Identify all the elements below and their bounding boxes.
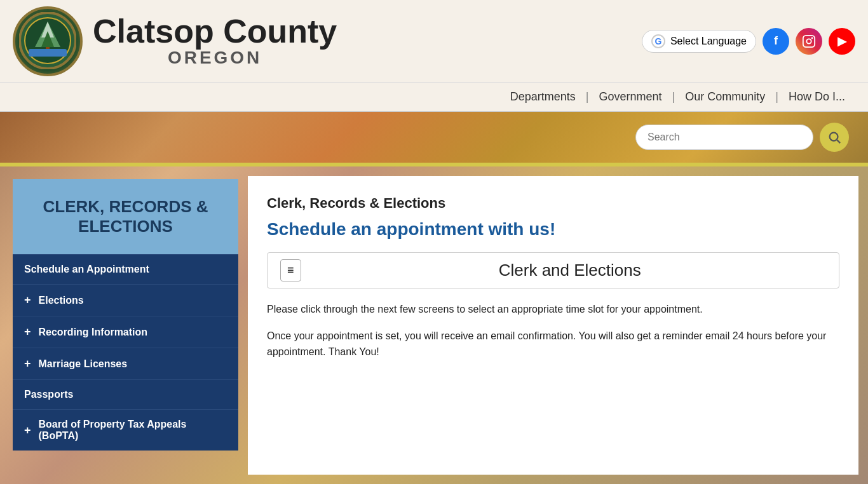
- nav-government[interactable]: Government: [595, 88, 666, 106]
- plus-icon-bopta: +: [24, 424, 31, 437]
- nav-departments[interactable]: Departments: [506, 88, 580, 106]
- body-paragraph-2: Once your appointment is set, you will r…: [267, 328, 839, 360]
- sidebar-menu: Schedule an Appointment + Elections + Re…: [13, 254, 238, 451]
- page-title: Clerk, Records & Elections: [267, 195, 839, 212]
- sidebar-elections-label: Elections: [39, 295, 84, 306]
- google-icon: G: [651, 34, 665, 48]
- county-name: Clatsop County: [93, 15, 337, 48]
- sidebar-marriage-label: Marriage Licenses: [39, 358, 128, 370]
- main-layout: CLERK, RECORDS &ELECTIONS Schedule an Ap…: [0, 166, 868, 484]
- svg-point-8: [806, 39, 811, 43]
- nav-how-do-i[interactable]: How Do I...: [785, 88, 849, 106]
- nav-our-community[interactable]: Our Community: [681, 88, 769, 106]
- sidebar-recording-label: Recording Information: [39, 327, 148, 338]
- logo-area: Clatsop County OREGON: [13, 6, 337, 76]
- facebook-icon[interactable]: f: [763, 28, 789, 55]
- hero-section: [0, 112, 868, 163]
- main-content: Clerk, Records & Elections Schedule an a…: [248, 176, 858, 475]
- content-body: Please click through the next few screen…: [267, 301, 839, 360]
- nav-bar: Departments | Government | Our Community…: [0, 83, 868, 112]
- body-paragraph-1: Please click through the next few screen…: [267, 301, 839, 318]
- sidebar-item-marriage[interactable]: + Marriage Licenses: [13, 348, 238, 379]
- svg-rect-6: [29, 49, 67, 57]
- sidebar: CLERK, RECORDS &ELECTIONS Schedule an Ap…: [0, 166, 248, 484]
- sidebar-item-elections[interactable]: + Elections: [13, 284, 238, 316]
- sidebar-bopta-label: Board of Property Tax Appeals (BoPTA): [39, 419, 227, 442]
- sidebar-item-schedule[interactable]: Schedule an Appointment: [13, 254, 238, 284]
- site-title: Clatsop County OREGON: [93, 15, 337, 68]
- sidebar-item-recording[interactable]: + Recording Information: [13, 316, 238, 348]
- header: Clatsop County OREGON G Select Language …: [0, 0, 868, 83]
- svg-point-9: [811, 37, 813, 39]
- sidebar-item-passports[interactable]: Passports: [13, 379, 238, 409]
- plus-icon-elections: +: [24, 294, 31, 307]
- translate-label: Select Language: [670, 36, 747, 47]
- sidebar-title: CLERK, RECORDS &ELECTIONS: [25, 197, 226, 236]
- appointment-box: ≡ Clerk and Elections: [267, 252, 839, 288]
- menu-icon-button[interactable]: ≡: [280, 259, 301, 281]
- svg-line-11: [837, 140, 840, 143]
- search-button[interactable]: [820, 123, 849, 152]
- sidebar-item-bopta[interactable]: + Board of Property Tax Appeals (BoPTA): [13, 409, 238, 451]
- plus-icon-marriage: +: [24, 357, 31, 370]
- svg-point-10: [830, 133, 838, 141]
- instagram-icon[interactable]: [796, 28, 822, 55]
- youtube-icon[interactable]: ▶: [829, 28, 855, 55]
- translate-widget[interactable]: G Select Language: [642, 30, 756, 53]
- svg-rect-7: [803, 35, 815, 46]
- sidebar-passports-label: Passports: [24, 389, 73, 400]
- content-subtitle: Schedule an appointment with us!: [267, 219, 839, 240]
- plus-icon-recording: +: [24, 325, 31, 339]
- search-input[interactable]: [635, 125, 813, 150]
- appt-box-title: Clerk and Elections: [314, 261, 826, 280]
- sidebar-header: CLERK, RECORDS &ELECTIONS: [13, 179, 238, 254]
- sidebar-schedule-label: Schedule an Appointment: [24, 264, 149, 275]
- top-right-controls: G Select Language f ▶: [642, 28, 855, 55]
- search-area: [635, 123, 849, 152]
- county-seal: [13, 6, 83, 76]
- state-name: OREGON: [93, 48, 337, 68]
